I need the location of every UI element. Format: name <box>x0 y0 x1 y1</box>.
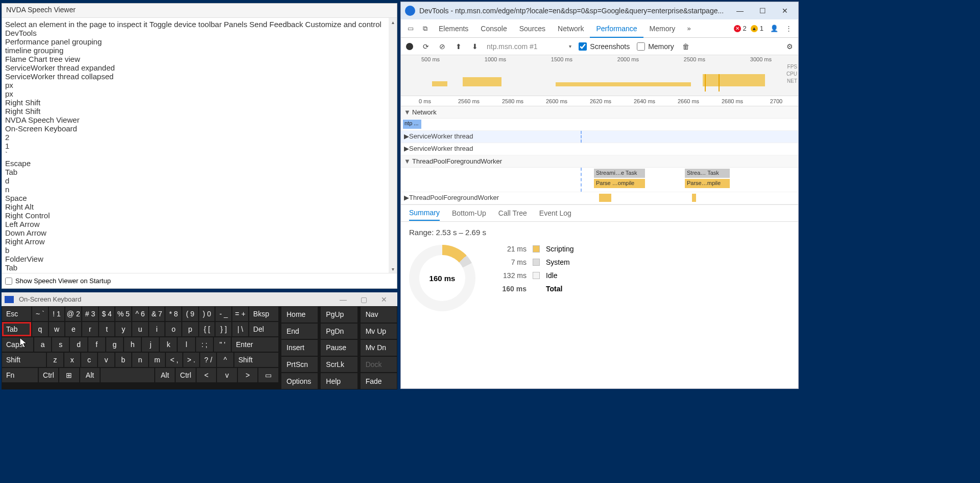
key-p[interactable]: p <box>182 321 199 337</box>
time-ruler[interactable]: 0 ms2560 ms2580 ms2600 ms2620 ms2640 ms2… <box>401 96 798 106</box>
key--2[interactable]: @ 2 <box>65 306 82 321</box>
maximize-button[interactable]: ☐ <box>751 2 774 19</box>
device-toolbar-icon[interactable]: ⧉ <box>418 22 432 35</box>
key-fn[interactable]: Fn <box>2 367 38 383</box>
minimize-button[interactable]: — <box>333 295 353 304</box>
key-end[interactable]: End <box>281 323 318 340</box>
error-count[interactable]: ✕2 <box>734 25 747 32</box>
key--[interactable]: > . <box>183 352 200 367</box>
key-e[interactable]: e <box>65 321 82 337</box>
session-name[interactable]: ntp.msn.com #1 <box>487 42 567 51</box>
key-v[interactable]: v <box>217 367 237 383</box>
key-enter[interactable]: Enter <box>231 337 279 352</box>
key--[interactable]: = + <box>232 306 249 321</box>
task-parse-1[interactable]: Parse …ompile <box>594 179 645 188</box>
key-fade[interactable]: Fade <box>360 373 397 389</box>
key-mv-dn[interactable]: Mv Dn <box>360 339 397 356</box>
key-tab[interactable]: Tab <box>2 321 32 337</box>
key--[interactable]: < <box>196 367 217 383</box>
task-parse-2[interactable]: Parse…mpile <box>685 179 730 188</box>
flame-chart[interactable]: ▼Network ntp ... ▶ServiceWorker thread ▶… <box>401 106 798 204</box>
key--[interactable] <box>100 367 154 383</box>
network-track-header[interactable]: ▼Network <box>401 106 798 119</box>
key--[interactable]: - _ <box>215 306 232 321</box>
key-t[interactable]: t <box>99 321 115 337</box>
close-button[interactable]: ✕ <box>374 295 394 304</box>
key--9[interactable]: ( 9 <box>182 306 199 321</box>
chevron-down-icon[interactable]: ▾ <box>569 43 571 49</box>
btab-event-log[interactable]: Event Log <box>539 206 571 220</box>
key-nav[interactable]: Nav <box>360 306 397 323</box>
btab-bottom-up[interactable]: Bottom-Up <box>452 206 486 220</box>
clear-button[interactable]: ⊘ <box>438 42 447 51</box>
key-s[interactable]: s <box>52 337 69 352</box>
warning-count[interactable]: ▲1 <box>751 25 763 32</box>
close-button[interactable]: ✕ <box>774 2 796 19</box>
key-ctrl[interactable]: Ctrl <box>38 367 59 383</box>
key-f[interactable]: f <box>88 337 106 352</box>
key-z[interactable]: z <box>46 352 63 367</box>
key--[interactable]: ~ ` <box>32 306 49 321</box>
nvda-log[interactable]: Select an element in the page to inspect… <box>2 18 389 273</box>
feedback-icon[interactable]: 👤 <box>768 22 781 35</box>
key-a[interactable]: a <box>34 337 52 352</box>
key-c[interactable]: c <box>81 352 98 367</box>
key-alt[interactable]: Alt <box>80 367 101 383</box>
key-insert[interactable]: Insert <box>281 339 318 356</box>
key-mv-up[interactable]: Mv Up <box>360 323 397 340</box>
upload-button[interactable]: ⬆ <box>454 42 463 51</box>
gear-icon[interactable]: ⚙ <box>785 42 794 51</box>
key-o[interactable]: o <box>165 321 182 337</box>
scrollbar[interactable]: ▴ ▾ <box>389 18 397 273</box>
key-bksp[interactable]: Bksp <box>249 306 279 321</box>
key-shift[interactable]: Shift <box>2 352 46 367</box>
memory-checkbox[interactable]: Memory <box>637 42 674 51</box>
key-u[interactable]: u <box>132 321 149 337</box>
key--8[interactable]: * 8 <box>165 306 182 321</box>
key-help[interactable]: Help <box>320 373 357 389</box>
threadpool-2[interactable]: ▶ThreadPoolForegroundWorker <box>404 194 499 201</box>
tab-network[interactable]: Network <box>552 20 590 37</box>
key-alt[interactable]: Alt <box>155 367 176 383</box>
task-stream-1[interactable]: Streami…e Task <box>594 169 645 178</box>
key-del[interactable]: Del <box>249 321 279 337</box>
key--5[interactable]: % 5 <box>115 306 132 321</box>
key--1[interactable]: ! 1 <box>49 306 65 321</box>
key--[interactable]: { [ <box>199 321 216 337</box>
key--[interactable]: " ' <box>213 337 231 352</box>
scroll-up-icon[interactable]: ▴ <box>389 18 397 26</box>
settings-icon[interactable]: ⋮ <box>782 22 795 35</box>
task-stream-2[interactable]: Strea… Task <box>685 169 730 178</box>
small-task-1[interactable] <box>599 194 611 202</box>
key-j[interactable]: j <box>141 337 159 352</box>
threadpool-1[interactable]: ▼ThreadPoolForegroundWorker <box>401 155 798 168</box>
key--[interactable]: > <box>237 367 258 383</box>
download-button[interactable]: ⬇ <box>470 42 480 51</box>
key--[interactable]: | \ <box>232 321 249 337</box>
key--[interactable]: : ; <box>196 337 213 352</box>
reload-button[interactable]: ⟳ <box>421 42 431 51</box>
ntp-resource[interactable]: ntp ... <box>403 120 421 129</box>
btab-call-tree[interactable]: Call Tree <box>498 206 527 220</box>
key-l[interactable]: l <box>177 337 195 352</box>
tab-memory[interactable]: Memory <box>643 20 682 37</box>
key-esc[interactable]: Esc <box>2 306 32 321</box>
key-r[interactable]: r <box>82 321 99 337</box>
small-task-2[interactable] <box>692 194 696 202</box>
tab-performance[interactable]: Performance <box>590 20 643 38</box>
key-d[interactable]: d <box>69 337 87 352</box>
key--[interactable]: } ] <box>215 321 232 337</box>
maximize-button[interactable]: ▢ <box>353 295 374 304</box>
key--3[interactable]: # 3 <box>82 306 99 321</box>
key-b[interactable]: b <box>115 352 132 367</box>
key--[interactable]: ^ <box>217 352 233 367</box>
key-i[interactable]: i <box>149 321 165 337</box>
btab-summary[interactable]: Summary <box>409 205 440 221</box>
key-h[interactable]: h <box>124 337 141 352</box>
key--[interactable]: ? / <box>200 352 217 367</box>
key-shift[interactable]: Shift <box>234 352 279 367</box>
key-pgdn[interactable]: PgDn <box>320 323 357 340</box>
startup-checkbox[interactable] <box>5 278 12 285</box>
key--4[interactable]: $ 4 <box>99 306 115 321</box>
key-options[interactable]: Options <box>281 373 318 389</box>
